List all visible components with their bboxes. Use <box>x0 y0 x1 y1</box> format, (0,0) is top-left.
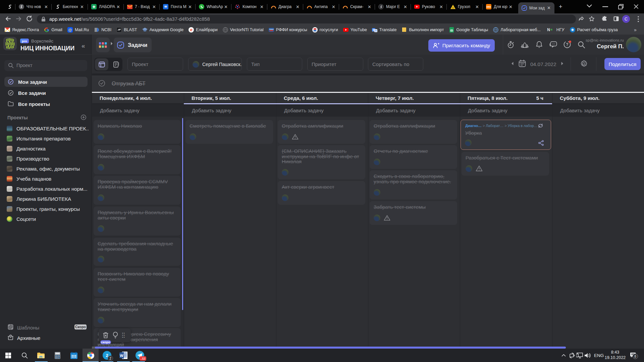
svg-text:W: W <box>120 354 123 358</box>
svg-text:G: G <box>375 29 377 32</box>
svg-text:РФФИ: РФФИ <box>269 28 273 30</box>
